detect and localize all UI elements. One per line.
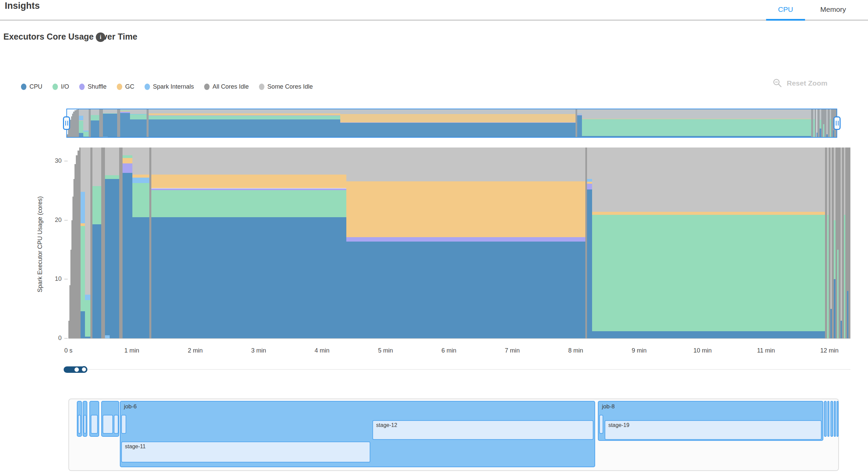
x-tick-label: 9 min xyxy=(624,347,654,354)
chart-segment-someIdle xyxy=(587,148,592,179)
y-tick-label: 20 xyxy=(48,217,62,224)
job-bar[interactable] xyxy=(834,401,836,437)
chart-segment-gc xyxy=(123,158,132,163)
section-title: Executors Core Usage Over Time xyxy=(3,32,137,42)
stage-bar[interactable] xyxy=(84,415,86,434)
stage-bar-stage-19[interactable]: stage-19 xyxy=(605,420,822,440)
chart-segment-gc xyxy=(151,175,346,188)
chart-segment-allIdle xyxy=(101,148,105,338)
stage-bar[interactable] xyxy=(78,415,81,434)
timeline-slider-handle-a[interactable] xyxy=(74,367,80,372)
someIdle-legend-dot xyxy=(259,84,264,90)
chart-segment-cpu xyxy=(346,242,585,338)
legend-item-cpu[interactable]: CPU xyxy=(21,83,42,90)
chart-segment-io xyxy=(123,155,132,158)
chart-segment-allIdle xyxy=(119,148,123,338)
x-tick-label: 7 min xyxy=(497,347,527,354)
x-tick-label: 8 min xyxy=(561,347,591,354)
stage-bar-stage-11[interactable]: stage-11 xyxy=(121,442,370,462)
chart-segment-io xyxy=(92,186,101,224)
zoom-out-icon xyxy=(773,78,782,88)
x-tick-label: 10 min xyxy=(687,347,718,354)
minimap-brush[interactable] xyxy=(66,109,837,138)
reset-zoom-button[interactable]: Reset Zoom xyxy=(773,78,827,88)
stage-bar[interactable] xyxy=(121,415,126,434)
reset-zoom-label: Reset Zoom xyxy=(787,79,827,87)
job-bar[interactable] xyxy=(830,401,833,437)
cpu-legend-dot xyxy=(21,84,26,90)
legend-item-allIdle[interactable]: All Cores Idle xyxy=(204,83,249,90)
legend-label: Some Cores Idle xyxy=(267,83,313,90)
chart-segment-shuffle xyxy=(151,188,346,190)
tab-memory[interactable]: Memory xyxy=(809,1,857,18)
y-tick-mark xyxy=(64,338,68,339)
chart-segment-cpu xyxy=(92,224,101,338)
job-label: job-6 xyxy=(124,403,137,410)
chart-segment-gc xyxy=(587,182,592,183)
chart-segment-someIdle xyxy=(110,148,119,175)
chart-segment-internals xyxy=(587,179,592,182)
active-tab-underline xyxy=(766,19,805,21)
chart-segment-internals xyxy=(81,192,85,223)
chart-segment-shuffle xyxy=(123,163,132,173)
legend-item-someIdle[interactable]: Some Cores Idle xyxy=(259,83,313,90)
chart-segment-io xyxy=(81,226,85,311)
legend-item-io[interactable]: I/O xyxy=(52,83,69,90)
job-bar[interactable] xyxy=(827,401,829,437)
stage-bar[interactable] xyxy=(599,415,603,434)
chart-segment-someIdle xyxy=(92,148,101,186)
header-divider xyxy=(0,20,868,21)
brush-selection-overlay xyxy=(67,109,837,137)
chart-segment-someIdle xyxy=(105,148,110,175)
chart-segment-cpu xyxy=(123,173,132,338)
x-tick-label: 0 s xyxy=(53,347,84,354)
x-tick-label: 12 min xyxy=(814,347,845,354)
chart-segment-gc xyxy=(81,223,85,226)
legend-label: CPU xyxy=(29,83,42,90)
x-tick-label: 11 min xyxy=(751,347,781,354)
chart-segment-gc xyxy=(346,181,585,238)
timeline-slider-handle-b[interactable] xyxy=(81,366,87,373)
chart-legend: CPUI/OShuffleGCSpark InternalsAll Cores … xyxy=(21,83,313,90)
legend-item-internals[interactable]: Spark Internals xyxy=(145,83,194,90)
chart-segment-internals xyxy=(85,295,90,300)
main-chart-plot[interactable] xyxy=(68,148,850,338)
chart-segment-io xyxy=(132,183,149,217)
stage-label: stage-19 xyxy=(608,422,629,428)
info-icon[interactable]: i xyxy=(96,32,105,42)
stage-bar-stage-12[interactable]: stage-12 xyxy=(372,420,593,440)
legend-label: I/O xyxy=(61,83,69,90)
chart-segment-io xyxy=(105,175,110,179)
chart-segment-io xyxy=(85,300,90,337)
job-bar[interactable] xyxy=(824,401,827,437)
legend-label: Spark Internals xyxy=(153,83,194,90)
brush-right-handle[interactable] xyxy=(833,116,841,130)
x-tick-label: 2 min xyxy=(180,347,211,354)
chart-segment-cpu xyxy=(592,331,825,338)
x-tick-label: 6 min xyxy=(434,347,464,354)
chart-segment-someIdle xyxy=(123,148,132,155)
chart-segment-shuffle xyxy=(346,237,585,241)
stage-bar[interactable] xyxy=(91,415,98,434)
brush-left-handle[interactable] xyxy=(63,116,70,130)
chart-segment-someIdle xyxy=(81,148,85,192)
y-tick-label: 0 xyxy=(48,335,62,342)
legend-item-shuffle[interactable]: Shuffle xyxy=(79,83,107,90)
chart-segment-cpu xyxy=(105,179,110,336)
insights-page: Insights CPU Memory Executors Core Usage… xyxy=(0,0,868,475)
x-axis-line xyxy=(68,338,850,339)
x-tick-label: 4 min xyxy=(307,347,337,354)
tab-cpu[interactable]: CPU xyxy=(766,1,805,18)
page-title: Insights xyxy=(5,1,40,11)
stage-bar[interactable] xyxy=(114,415,118,434)
io-legend-dot xyxy=(52,84,58,90)
job-bar[interactable] xyxy=(837,401,839,437)
chart-segment-internals xyxy=(132,178,149,183)
job-label: job-8 xyxy=(602,403,615,410)
gc-legend-dot xyxy=(117,84,122,90)
stage-bar[interactable] xyxy=(103,415,113,434)
legend-item-gc[interactable]: GC xyxy=(117,83,134,90)
timeline-slider-track[interactable] xyxy=(87,369,850,370)
stage-label: stage-11 xyxy=(125,444,146,450)
x-tick-label: 1 min xyxy=(116,347,147,354)
